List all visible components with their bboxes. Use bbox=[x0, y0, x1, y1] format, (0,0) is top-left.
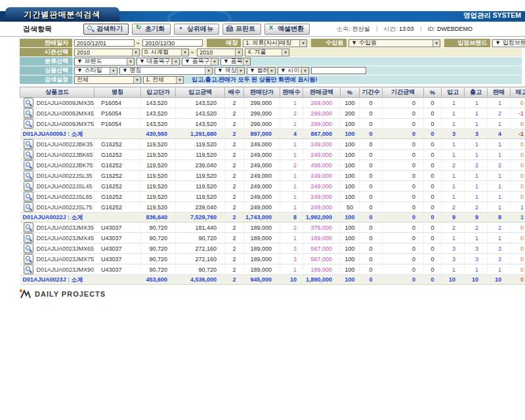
cell: 1 bbox=[442, 171, 465, 181]
cell: 0 bbox=[511, 98, 525, 108]
cell: 1 bbox=[488, 181, 511, 192]
name-select[interactable]: ▼ 명칭 ▼ bbox=[119, 67, 213, 75]
cell: 1 bbox=[280, 202, 303, 213]
sale-date-to-input[interactable] bbox=[142, 39, 203, 47]
cell: 0 bbox=[360, 119, 383, 129]
importer-select[interactable]: ▼ 수입원 ▼ bbox=[348, 39, 440, 47]
session-info: 소속:전산실시간:13:03ID:DWEBDEMO bbox=[337, 25, 472, 33]
magnifier-icon[interactable] bbox=[24, 98, 33, 108]
print-button[interactable]: 프린트 bbox=[222, 24, 261, 35]
button-label: 엑셀변환 bbox=[278, 24, 304, 33]
style-select[interactable]: ▼ 스타일 ▼ bbox=[74, 67, 117, 75]
cell: 272,160 bbox=[176, 254, 225, 264]
color-name-select-value: ▼ 색상 bbox=[215, 66, 237, 75]
color-select[interactable]: ▼ 컬러 ▼ bbox=[247, 67, 276, 75]
dropdown-arrow-icon: ▼ bbox=[301, 68, 308, 74]
cell: 249,000 bbox=[244, 202, 280, 213]
cell: 0 bbox=[360, 243, 383, 254]
brand-select[interactable]: ▼ 브랜드 ▼ bbox=[74, 58, 135, 66]
excel-button[interactable]: 엑셀변환 bbox=[264, 24, 310, 35]
product-code-cell: D01AJUA0022JSL65 bbox=[20, 192, 94, 202]
search-button[interactable]: 검색하기 bbox=[83, 24, 129, 35]
reset-icon bbox=[136, 26, 142, 32]
column-header: 기간수 bbox=[360, 87, 383, 98]
cell: 100 bbox=[341, 150, 360, 160]
magnifier-icon[interactable] bbox=[24, 139, 33, 149]
cell: 10 bbox=[280, 275, 303, 285]
item-group-select[interactable]: ▼ 품목구분 ▼ bbox=[182, 58, 219, 66]
cell: 100 bbox=[341, 192, 360, 202]
dropdown-arrow-icon: ▼ bbox=[205, 68, 212, 74]
cell: 3 bbox=[488, 243, 511, 254]
season-year-from-select[interactable]: 2010 ▼ bbox=[74, 49, 140, 56]
cell: 90,720 bbox=[141, 264, 176, 275]
magnifier-icon[interactable] bbox=[24, 160, 33, 170]
cell: 2 bbox=[225, 202, 244, 213]
cell: 0 bbox=[424, 160, 442, 171]
column-header: 판매금액 bbox=[303, 87, 341, 98]
cell: 143,520 bbox=[141, 119, 176, 129]
brand-in-store-label: 입점브랜드 bbox=[444, 39, 490, 47]
column-header: 기간금액 bbox=[383, 87, 424, 98]
cell: 0 bbox=[383, 160, 424, 171]
cell: 189,000 bbox=[244, 222, 280, 233]
filter-row-category: 분류선택 ▼ 브랜드 ▼ ▼ 대품목구분 ▼ ▼ 품목구분 ▼ ▼ 품목 ▼ bbox=[20, 57, 522, 66]
cell: 1 bbox=[442, 192, 465, 202]
magnifier-icon[interactable] bbox=[24, 222, 33, 232]
item-select-value: ▼ 품목 bbox=[221, 57, 243, 66]
sale-date-from-input[interactable] bbox=[74, 39, 135, 47]
cell: 0 bbox=[383, 192, 424, 202]
column-header: 배수 bbox=[225, 87, 244, 98]
cell: 90,720 bbox=[141, 254, 176, 264]
cell: 1,992,000 bbox=[303, 213, 341, 222]
cell: 119,520 bbox=[176, 192, 225, 202]
magnifier-icon[interactable] bbox=[24, 171, 33, 180]
cell: 0 bbox=[511, 254, 525, 264]
cell: 100 bbox=[341, 264, 360, 275]
season-from-select[interactable]: 0. 사계절 ▼ bbox=[142, 49, 189, 56]
cell: P16054 bbox=[94, 98, 141, 108]
cell: 0 bbox=[383, 150, 424, 160]
magnifier-icon[interactable] bbox=[24, 233, 33, 243]
cell: 1 bbox=[280, 192, 303, 202]
magnifier-icon[interactable] bbox=[24, 243, 33, 253]
magnifier-icon[interactable] bbox=[24, 254, 33, 264]
cell: 0 bbox=[360, 275, 383, 285]
magnifier-icon[interactable] bbox=[24, 181, 33, 191]
cell: 2 bbox=[465, 202, 488, 213]
magnifier-icon[interactable] bbox=[24, 119, 33, 129]
cell: 3 bbox=[465, 254, 488, 264]
cell: 189,000 bbox=[244, 264, 280, 275]
table-row: D01AJUA0023JMX45U4303790,72090,7202189,0… bbox=[20, 233, 525, 243]
cell: 1 bbox=[442, 108, 465, 119]
cell: 2 bbox=[488, 222, 511, 233]
major-item-group-select[interactable]: ▼ 대품목구분 ▼ bbox=[136, 58, 180, 66]
magnifier-icon[interactable] bbox=[24, 108, 33, 118]
subtotal-label: D01AJUA0022J : 소계 bbox=[20, 213, 94, 222]
cell: 1 bbox=[442, 139, 465, 150]
season-year-to-select[interactable]: 2010 ▼ bbox=[197, 49, 243, 56]
size-select[interactable]: ▼ 사이즈 ▼ bbox=[278, 67, 309, 75]
magnifier-icon[interactable] bbox=[24, 264, 33, 274]
color-name-select[interactable]: ▼ 색상 ▼ bbox=[215, 67, 245, 75]
season-to-select[interactable]: 4. 겨울 ▼ bbox=[245, 49, 289, 56]
reset-button[interactable]: 초기화 bbox=[132, 24, 171, 35]
product-search-input[interactable] bbox=[311, 67, 366, 74]
magnifier-icon[interactable] bbox=[24, 202, 33, 212]
brand-in-store-select[interactable]: ▼ 입점브랜드 ▼ bbox=[492, 39, 525, 47]
search-setting-select-1[interactable]: 전체 ▼ bbox=[74, 76, 141, 84]
cell: 2 bbox=[225, 213, 244, 222]
cell: 0 bbox=[360, 213, 383, 222]
magnifier-icon[interactable] bbox=[24, 192, 33, 201]
item-select[interactable]: ▼ 품목 ▼ bbox=[220, 58, 251, 66]
cell: 200 bbox=[341, 108, 360, 119]
magnifier-icon[interactable] bbox=[24, 150, 33, 159]
cell: 3 bbox=[442, 243, 465, 254]
cell: 10 bbox=[442, 275, 465, 285]
cell: 2 bbox=[442, 202, 465, 213]
search-setting-select-2[interactable]: 1. 전체 ▼ bbox=[143, 76, 184, 84]
cell: 1,743,000 bbox=[244, 213, 280, 222]
store-select[interactable]: 1. 의류(자사)매장 ▼ bbox=[243, 39, 307, 47]
cell: 1 bbox=[511, 202, 525, 213]
product-code-cell: D01AJUA0009JMX45 bbox=[20, 108, 94, 119]
